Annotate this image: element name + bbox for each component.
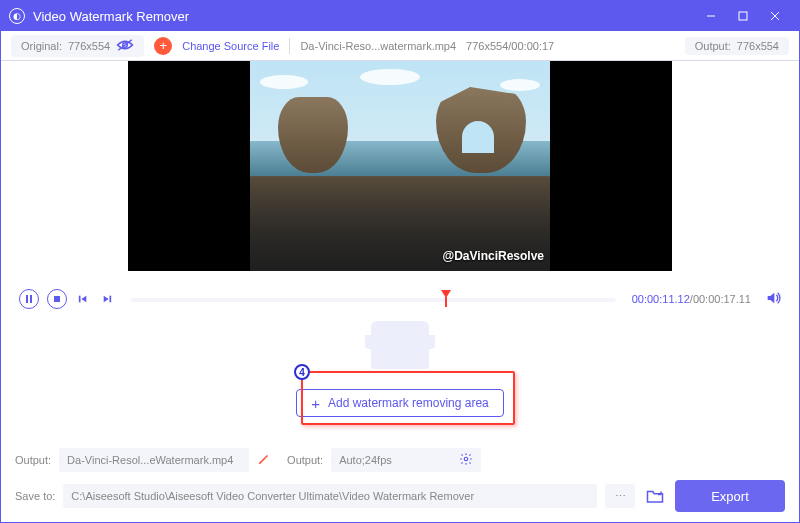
video-preview-area: @DaVinciResolve <box>1 61 799 281</box>
playback-controls: 00:00:11.12/00:00:17.11 <box>1 281 799 317</box>
maximize-button[interactable] <box>727 1 759 31</box>
current-time: 00:00:11.12 <box>632 293 690 305</box>
step-badge: 4 <box>294 364 310 380</box>
output-resolution: 776x554 <box>737 40 779 52</box>
volume-button[interactable] <box>765 290 781 309</box>
add-watermark-area-label: Add watermark removing area <box>328 396 489 410</box>
output-file-label: Output: <box>15 454 51 466</box>
output-filename-field: Da-Vinci-Resol...eWatermark.mp4 <box>59 448 249 472</box>
output-label: Output: <box>695 40 731 52</box>
preview-toggle-icon[interactable] <box>116 38 134 54</box>
original-resolution: 776x554 <box>68 40 110 52</box>
original-resolution-pill: Original: 776x554 <box>11 35 144 57</box>
open-folder-button[interactable] <box>643 484 667 508</box>
output-row: Output: Da-Vinci-Resol...eWatermark.mp4 … <box>1 444 799 476</box>
change-source-link[interactable]: Change Source File <box>182 40 279 52</box>
dropbox-icon <box>371 321 429 369</box>
rename-output-button[interactable] <box>257 452 271 468</box>
svg-marker-12 <box>110 296 112 303</box>
add-watermark-area-button[interactable]: + Add watermark removing area <box>296 389 504 417</box>
output-settings-field[interactable]: Auto;24fps <box>331 448 481 472</box>
svg-point-13 <box>464 457 468 461</box>
browse-path-button[interactable]: ⋯ <box>605 484 635 508</box>
add-source-icon[interactable]: + <box>154 37 172 55</box>
original-label: Original: <box>21 40 62 52</box>
plus-icon: + <box>311 396 320 411</box>
svg-rect-6 <box>26 295 28 303</box>
svg-rect-1 <box>739 12 747 20</box>
export-label: Export <box>711 489 749 504</box>
minimize-button[interactable] <box>695 1 727 31</box>
svg-marker-10 <box>81 296 86 303</box>
svg-marker-9 <box>79 296 81 303</box>
save-path-field: C:\Aiseesoft Studio\Aiseesoft Video Conv… <box>63 484 597 508</box>
video-letterbox[interactable]: @DaVinciResolve <box>128 61 672 271</box>
titlebar: ◐ Video Watermark Remover <box>1 1 799 31</box>
export-button[interactable]: Export <box>675 480 785 512</box>
output-resolution-pill: Output: 776x554 <box>685 37 789 55</box>
time-display: 00:00:11.12/00:00:17.11 <box>632 293 751 305</box>
total-time: 00:00:17.11 <box>693 293 751 305</box>
output-filename: Da-Vinci-Resol...eWatermark.mp4 <box>67 454 233 466</box>
window-title: Video Watermark Remover <box>33 9 189 24</box>
prev-frame-button[interactable] <box>75 289 91 309</box>
output-settings-value: Auto;24fps <box>339 454 392 466</box>
save-to-label: Save to: <box>15 490 55 502</box>
save-to-row: Save to: C:\Aiseesoft Studio\Aiseesoft V… <box>1 476 799 522</box>
stop-button[interactable] <box>47 289 67 309</box>
save-path: C:\Aiseesoft Studio\Aiseesoft Video Conv… <box>71 490 474 502</box>
app-logo-icon: ◐ <box>9 8 25 24</box>
seek-bar[interactable] <box>131 294 616 304</box>
watermark-text: @DaVinciResolve <box>442 249 544 263</box>
next-frame-button[interactable] <box>99 289 115 309</box>
toolbar: Original: 776x554 + Change Source File D… <box>1 31 799 61</box>
source-meta: 776x554/00:00:17 <box>466 40 554 52</box>
close-button[interactable] <box>759 1 791 31</box>
output-settings-label: Output: <box>287 454 323 466</box>
svg-rect-7 <box>30 295 32 303</box>
pause-button[interactable] <box>19 289 39 309</box>
video-frame: @DaVinciResolve <box>250 61 550 271</box>
svg-marker-11 <box>104 296 109 303</box>
svg-rect-8 <box>54 296 60 302</box>
gear-icon[interactable] <box>459 452 473 468</box>
separator <box>289 38 290 54</box>
add-area-zone: + Add watermark removing area 4 <box>1 317 799 444</box>
source-filename: Da-Vinci-Reso...watermark.mp4 <box>300 40 456 52</box>
